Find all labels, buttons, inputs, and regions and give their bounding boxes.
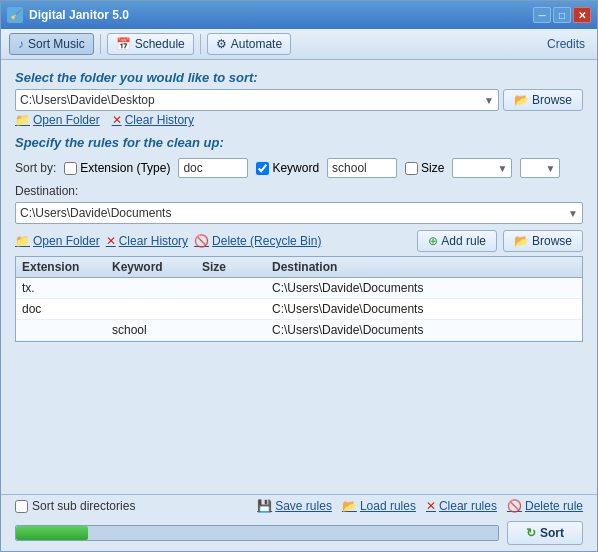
select-folder-section: Select the folder you would like to sort…: [15, 70, 583, 127]
row1-kw: [110, 279, 200, 297]
destination-row: Destination:: [15, 184, 583, 198]
window-title: Digital Janitor 5.0: [29, 8, 129, 22]
keyword-input[interactable]: [327, 158, 397, 178]
rules-title: Specify the rules for the clean up:: [15, 135, 583, 150]
extension-input[interactable]: [178, 158, 248, 178]
load-rules-label: Load rules: [360, 499, 416, 513]
select-folder-title: Select the folder you would like to sort…: [15, 70, 583, 85]
sort-music-button[interactable]: ♪ Sort Music: [9, 33, 94, 55]
title-bar-left: 🧹 Digital Janitor 5.0: [7, 7, 129, 23]
credits-link[interactable]: Credits: [547, 37, 585, 51]
clear-rules-button[interactable]: ✕ Clear rules: [426, 499, 497, 513]
subdir-checkbox[interactable]: [15, 500, 28, 513]
row2-size: [200, 300, 270, 318]
keyword-checkbox[interactable]: [256, 162, 269, 175]
size-checkbox-group: Size: [405, 161, 444, 175]
sort-by-row: Sort by: Extension (Type) Keyword Size: [15, 158, 583, 178]
delete-rule-button[interactable]: 🚫 Delete rule: [507, 499, 583, 513]
schedule-button[interactable]: 📅 Schedule: [107, 33, 194, 55]
row1-size: [200, 279, 270, 297]
row3-size: [200, 321, 270, 339]
extension-checkbox[interactable]: [64, 162, 77, 175]
rules-open-label: Open Folder: [33, 234, 100, 248]
folder-path-value: C:\Users\Davide\Desktop: [20, 93, 155, 107]
clear-history-icon: ✕: [112, 113, 122, 127]
close-button[interactable]: ✕: [573, 7, 591, 23]
title-controls: ─ □ ✕: [533, 7, 591, 23]
subdir-check-group: Sort sub directories: [15, 499, 135, 513]
toolbar-sep-1: [100, 34, 101, 54]
col-extension: Extension: [20, 259, 110, 275]
schedule-label: Schedule: [135, 37, 185, 51]
sort-refresh-icon: ↻: [526, 526, 536, 540]
folder-open-label: Open Folder: [33, 113, 100, 127]
folder-open-button[interactable]: 📁 Open Folder: [15, 113, 100, 127]
rules-clear-icon: ✕: [106, 234, 116, 248]
row2-kw: [110, 300, 200, 318]
size-label: Size: [421, 161, 444, 175]
delete-rule-label: Delete rule: [525, 499, 583, 513]
folder-clear-label: Clear History: [125, 113, 194, 127]
app-icon: 🧹: [7, 7, 23, 23]
sort-button-label: Sort: [540, 526, 564, 540]
rules-section: Specify the rules for the clean up: Sort…: [15, 135, 583, 342]
col-destination: Destination: [270, 259, 578, 275]
automate-icon: ⚙: [216, 37, 227, 51]
delete-recycle-button[interactable]: 🚫 Delete (Recycle Bin): [194, 234, 321, 248]
extension-label: Extension (Type): [80, 161, 170, 175]
row2-ext: doc: [20, 300, 110, 318]
table-row[interactable]: school C:\Users\Davide\Documents: [16, 320, 582, 341]
browse-icon: 📂: [514, 93, 529, 107]
title-bar: 🧹 Digital Janitor 5.0 ─ □ ✕: [1, 1, 597, 29]
size-combo[interactable]: ▼: [452, 158, 512, 178]
toolbar: ♪ Sort Music 📅 Schedule ⚙ Automate Credi…: [1, 29, 597, 60]
maximize-button[interactable]: □: [553, 7, 571, 23]
rules-clear-history-button[interactable]: ✕ Clear History: [106, 234, 188, 248]
row2-dest: C:\Users\Davide\Documents: [270, 300, 578, 318]
progress-bar: [15, 525, 499, 541]
dest-path-combo[interactable]: C:\Users\Davide\Documents ▼: [15, 202, 583, 224]
schedule-icon: 📅: [116, 37, 131, 51]
row3-dest: C:\Users\Davide\Documents: [270, 321, 578, 339]
table-header: Extension Keyword Size Destination: [16, 257, 582, 278]
destination-label: Destination:: [15, 184, 78, 198]
add-rule-button[interactable]: ⊕ Add rule: [417, 230, 497, 252]
bottom-bar: Sort sub directories 💾 Save rules 📂 Load…: [1, 494, 597, 517]
combo-arrow-icon: ▼: [484, 95, 494, 106]
toolbar-sep-2: [200, 34, 201, 54]
folder-row: C:\Users\Davide\Desktop ▼ 📂 Browse: [15, 89, 583, 111]
sort-button[interactable]: ↻ Sort: [507, 521, 583, 545]
extension-checkbox-group: Extension (Type): [64, 161, 170, 175]
rules-table: Extension Keyword Size Destination tx. C…: [15, 256, 583, 342]
table-row[interactable]: tx. C:\Users\Davide\Documents: [16, 278, 582, 299]
row3-ext: [20, 321, 110, 339]
keyword-checkbox-group: Keyword: [256, 161, 319, 175]
load-rules-button[interactable]: 📂 Load rules: [342, 499, 416, 513]
automate-button[interactable]: ⚙ Automate: [207, 33, 291, 55]
folder-path-combo[interactable]: C:\Users\Davide\Desktop ▼: [15, 89, 499, 111]
clear-rules-icon: ✕: [426, 499, 436, 513]
rules-open-icon: 📁: [15, 234, 30, 248]
sort-by-label: Sort by:: [15, 161, 56, 175]
bottom-links: 💾 Save rules 📂 Load rules ✕ Clear rules …: [257, 499, 583, 513]
rules-browse-button[interactable]: 📂 Browse: [503, 230, 583, 252]
folder-clear-history-button[interactable]: ✕ Clear History: [112, 113, 194, 127]
size-unit-combo[interactable]: ▼: [520, 158, 560, 178]
col-keyword: Keyword: [110, 259, 200, 275]
folder-browse-button[interactable]: 📂 Browse: [503, 89, 583, 111]
add-rule-label: Add rule: [441, 234, 486, 248]
minimize-button[interactable]: ─: [533, 7, 551, 23]
toolbar-left: ♪ Sort Music 📅 Schedule ⚙ Automate: [9, 33, 291, 55]
rules-open-folder-button[interactable]: 📁 Open Folder: [15, 234, 100, 248]
delete-recycle-icon: 🚫: [194, 234, 209, 248]
size-checkbox[interactable]: [405, 162, 418, 175]
dest-combo-arrow-icon: ▼: [568, 208, 578, 219]
rules-action-row: 📁 Open Folder ✕ Clear History 🚫 Delete (…: [15, 230, 583, 252]
main-content: Select the folder you would like to sort…: [1, 60, 597, 494]
add-rule-icon: ⊕: [428, 234, 438, 248]
size-arrow-icon: ▼: [498, 163, 508, 174]
save-rules-button[interactable]: 💾 Save rules: [257, 499, 332, 513]
save-rules-icon: 💾: [257, 499, 272, 513]
table-row[interactable]: doc C:\Users\Davide\Documents: [16, 299, 582, 320]
keyword-label: Keyword: [272, 161, 319, 175]
